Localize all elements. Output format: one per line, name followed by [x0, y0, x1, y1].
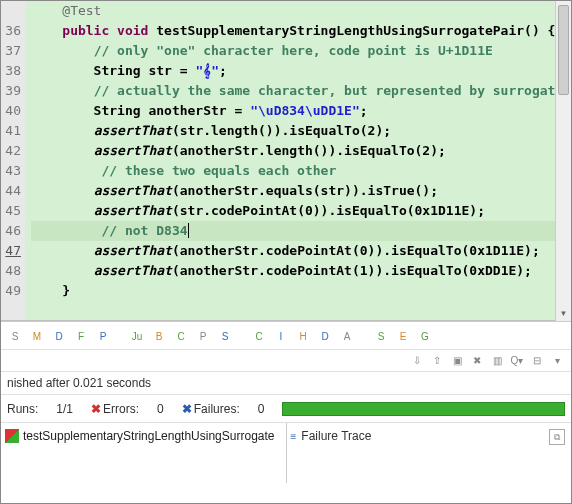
code-line[interactable]: assertThat(anotherStr.codePointAt(1)).is… — [31, 261, 571, 281]
toolbar-icon[interactable]: A — [339, 329, 355, 345]
line-number: 37 — [5, 41, 21, 61]
junit-toolbar-icon[interactable]: ⇧ — [429, 352, 445, 368]
lower-panel: SMDFPJuBCPSCIHDASEG ⇩⇧▣✖▥Q▾⊟▾ nished aft… — [1, 321, 571, 483]
code-area[interactable]: @Test public void testSupplementaryStrin… — [25, 1, 571, 320]
stack-trace-icon: ≡ — [291, 431, 296, 442]
error-icon: ✖ — [91, 402, 101, 416]
toolbar-icon[interactable]: Ju — [129, 329, 145, 345]
line-number: 36 — [5, 21, 21, 41]
failure-icon: ✖ — [182, 402, 192, 416]
toolbar-icon[interactable]: F — [73, 329, 89, 345]
test-tree-pane[interactable]: testSupplementaryStringLengthUsingSurrog… — [1, 423, 287, 483]
failure-trace-label: Failure Trace — [301, 429, 371, 443]
failures-label: Failures: — [194, 402, 240, 416]
junit-toolbar-icon[interactable]: ▥ — [489, 352, 505, 368]
errors-label: Errors: — [103, 402, 139, 416]
compare-button[interactable]: ⧉ — [549, 429, 565, 445]
toolbar-icon[interactable]: P — [95, 329, 111, 345]
junit-toolbar-icon[interactable]: ✖ — [469, 352, 485, 368]
perspective-toolbar: SMDFPJuBCPSCIHDASEG — [1, 322, 571, 350]
code-editor[interactable]: 3637383940414243444546474849 @Test publi… — [1, 1, 571, 321]
editor-pane: 3637383940414243444546474849 @Test publi… — [1, 1, 571, 321]
line-number: 46 — [5, 221, 21, 241]
line-number: 48 — [5, 261, 21, 281]
line-number: 49 — [5, 281, 21, 301]
line-gutter: 3637383940414243444546474849 — [1, 1, 25, 320]
code-line[interactable]: assertThat(anotherStr.length()).isEqualT… — [31, 141, 571, 161]
editor-scrollbar[interactable]: ▲ ▼ — [555, 1, 571, 321]
scroll-down-icon[interactable]: ▼ — [556, 307, 571, 321]
code-line[interactable]: @Test — [31, 1, 571, 21]
code-line[interactable]: assertThat(anotherStr.equals(str)).isTru… — [31, 181, 571, 201]
line-number: 41 — [5, 121, 21, 141]
toolbar-icon[interactable]: C — [251, 329, 267, 345]
code-line[interactable]: // actually the same character, but repr… — [31, 81, 571, 101]
test-item[interactable]: testSupplementaryStringLengthUsingSurrog… — [5, 429, 282, 443]
toolbar-icon[interactable]: S — [7, 329, 23, 345]
toolbar-icon[interactable]: M — [29, 329, 45, 345]
line-number: 39 — [5, 81, 21, 101]
status-line: nished after 0.021 seconds — [1, 372, 571, 395]
results-panes: testSupplementaryStringLengthUsingSurrog… — [1, 423, 571, 483]
junit-toolbar-icon[interactable]: Q▾ — [509, 352, 525, 368]
runs-bar: Runs: 1/1 ✖Errors: 0 ✖Failures: 0 — [1, 395, 571, 423]
toolbar-icon[interactable]: E — [395, 329, 411, 345]
line-number: 38 — [5, 61, 21, 81]
code-line[interactable]: // not D834 — [31, 221, 571, 241]
junit-test-icon — [5, 429, 19, 443]
line-number: 44 — [5, 181, 21, 201]
code-line[interactable]: assertThat(str.length()).isEqualTo(2); — [31, 121, 571, 141]
line-number: 42 — [5, 141, 21, 161]
toolbar-icon[interactable]: S — [217, 329, 233, 345]
line-number: 47 — [5, 241, 21, 261]
code-line[interactable]: // only "one" character here, code point… — [31, 41, 571, 61]
code-line[interactable]: String str = "𝄞"; — [31, 61, 571, 81]
toolbar-icon[interactable]: P — [195, 329, 211, 345]
runs-value: 1/1 — [56, 402, 73, 416]
junit-toolbar-icon[interactable]: ▾ — [549, 352, 565, 368]
code-line[interactable]: public void testSupplementaryStringLengt… — [31, 21, 571, 41]
line-number — [5, 1, 21, 21]
runs-label: Runs: — [7, 402, 38, 416]
test-name: testSupplementaryStringLengthUsingSurrog… — [23, 429, 274, 443]
code-line[interactable]: // these two equals each other — [31, 161, 571, 181]
junit-toolbar: ⇩⇧▣✖▥Q▾⊟▾ — [1, 350, 571, 372]
code-line[interactable]: } — [31, 281, 571, 301]
scroll-thumb[interactable] — [558, 5, 569, 95]
toolbar-icon[interactable]: D — [317, 329, 333, 345]
toolbar-icon[interactable]: I — [273, 329, 289, 345]
status-text: nished after 0.021 seconds — [7, 376, 151, 390]
toolbar-icon[interactable]: G — [417, 329, 433, 345]
code-line[interactable]: String anotherStr = "\uD834\uDD1E"; — [31, 101, 571, 121]
code-line[interactable]: assertThat(str.codePointAt(0)).isEqualTo… — [31, 201, 571, 221]
test-progress-bar — [282, 402, 565, 416]
junit-toolbar-icon[interactable]: ⇩ — [409, 352, 425, 368]
line-number: 40 — [5, 101, 21, 121]
toolbar-icon[interactable]: H — [295, 329, 311, 345]
toolbar-icon[interactable]: D — [51, 329, 67, 345]
toolbar-icon[interactable]: C — [173, 329, 189, 345]
toolbar-icon[interactable]: B — [151, 329, 167, 345]
failures-value: 0 — [258, 402, 265, 416]
line-number: 43 — [5, 161, 21, 181]
toolbar-icon[interactable]: S — [373, 329, 389, 345]
junit-toolbar-icon[interactable]: ▣ — [449, 352, 465, 368]
line-number: 45 — [5, 201, 21, 221]
errors-value: 0 — [157, 402, 164, 416]
failure-trace-pane[interactable]: ≡ Failure Trace ⧉ — [287, 423, 572, 483]
junit-toolbar-icon[interactable]: ⊟ — [529, 352, 545, 368]
code-line[interactable]: assertThat(anotherStr.codePointAt(0)).is… — [31, 241, 571, 261]
